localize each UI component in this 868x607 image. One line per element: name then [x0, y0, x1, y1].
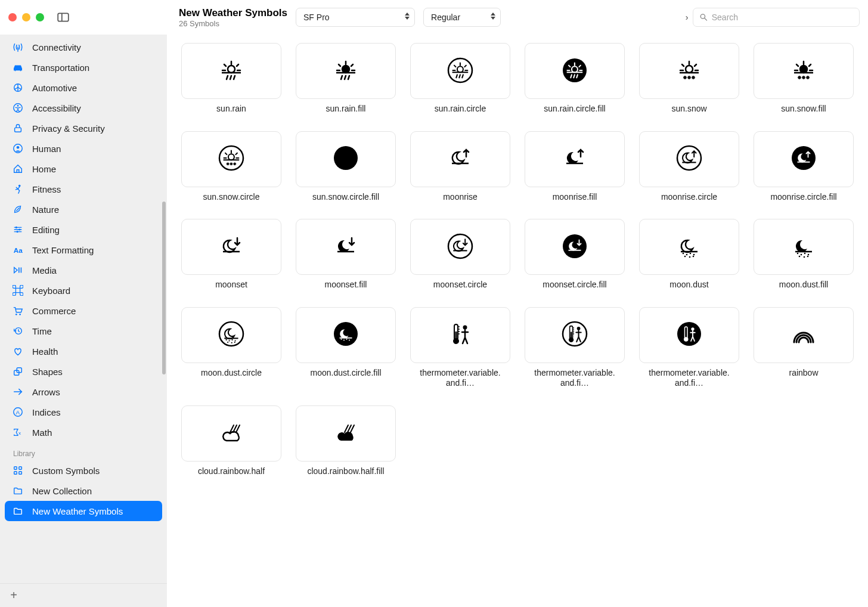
sidebar-item-commerce[interactable]: Commerce	[5, 301, 162, 321]
weight-select-value: Regular	[431, 13, 460, 22]
search-field[interactable]	[693, 8, 860, 27]
font-select[interactable]: SF Pro	[296, 8, 415, 27]
symbol-tile[interactable]	[639, 131, 739, 187]
library-item-new-collection[interactable]: New Collection	[5, 481, 162, 501]
sidebar-item-transportation[interactable]: Transportation	[5, 57, 162, 78]
sidebar-item-keyboard[interactable]: Keyboard	[5, 280, 162, 301]
svg-point-89	[346, 339, 348, 340]
sidebar-item-arrows[interactable]: Arrows	[5, 382, 162, 402]
symbol-label: thermometer.​variable.​and.​fi…	[416, 368, 505, 389]
sidebar-toggle-button[interactable]	[55, 10, 72, 24]
symbol-tile[interactable]	[525, 131, 625, 187]
svg-point-92	[677, 322, 701, 346]
symbol-cell[interactable]: moonset.​circle	[410, 219, 510, 290]
sidebar-item-nature[interactable]: Nature	[5, 199, 162, 219]
symbol-cell[interactable]: moonset.​circle.​fill	[525, 219, 625, 290]
window-traffic-lights[interactable]	[8, 13, 44, 21]
symbol-cell[interactable]: moonrise.​circle	[639, 131, 739, 203]
library-item-custom-symbols[interactable]: Custom Symbols	[5, 460, 162, 481]
symbol-tile[interactable]	[410, 307, 510, 363]
symbol-label: sun.​snow	[644, 104, 734, 114]
symbol-cell[interactable]: thermometer.​variable.​and.​fi…	[525, 307, 625, 389]
sliders-icon	[12, 224, 24, 236]
sidebar-item-shapes[interactable]: Shapes	[5, 361, 162, 382]
symbol-cell[interactable]: thermometer.​variable.​and.​fi…	[410, 307, 510, 389]
symbol-cell[interactable]: rainbow	[754, 307, 854, 389]
sidebar-item-editing[interactable]: Editing	[5, 219, 162, 240]
moonrise-circlefill-icon	[789, 144, 818, 174]
symbol-cell[interactable]: sun.​snow.​circle.​fill	[296, 131, 396, 203]
symbol-cell[interactable]: sun.​rain.​circle	[410, 43, 510, 114]
library-item-new-weather-symbols[interactable]: New Weather Symbols	[5, 501, 162, 521]
symbol-tile[interactable]	[296, 405, 396, 462]
symbol-cell[interactable]: cloud.​rainbow.​half.​fill	[296, 405, 396, 477]
symbol-tile[interactable]	[639, 219, 739, 275]
library-item-label: New Collection	[32, 486, 92, 496]
symbol-cell[interactable]: moon.​dust.​circle.​fill	[296, 307, 396, 389]
symbol-cell[interactable]: moonset	[181, 219, 281, 290]
symbol-tile[interactable]	[525, 43, 625, 99]
symbol-tile[interactable]	[754, 43, 854, 99]
symbol-cell[interactable]: cloud.​rainbow.​half	[181, 405, 281, 477]
symbol-cell[interactable]: moon.​dust.​fill	[754, 219, 854, 290]
symbol-tile[interactable]	[296, 131, 396, 187]
cloudrainbow-icon	[217, 418, 246, 448]
sidebar-item-automotive[interactable]: Automotive	[5, 78, 162, 98]
symbol-tile[interactable]	[410, 131, 510, 187]
sidebar-item-label: Media	[32, 265, 57, 275]
symbol-cell[interactable]: moonrise.​circle.​fill	[754, 131, 854, 203]
symbol-tile[interactable]	[181, 405, 281, 462]
minimize-icon[interactable]	[22, 13, 30, 21]
symbol-cell[interactable]: sun.​rain.​fill	[296, 43, 396, 114]
symbol-cell[interactable]: moonrise	[410, 131, 510, 203]
weight-select[interactable]: Regular	[423, 8, 501, 27]
symbol-tile[interactable]	[639, 43, 739, 99]
sidebar-item-media[interactable]: Media	[5, 260, 162, 280]
fullscreen-icon[interactable]	[36, 13, 44, 21]
symbol-cell[interactable]: sun.​rain.​circle.​fill	[525, 43, 625, 114]
sidebar-item-indices[interactable]: Indices	[5, 402, 162, 422]
symbol-cell[interactable]: moon.​dust	[639, 219, 739, 290]
sidebar-item-time[interactable]: Time	[5, 321, 162, 341]
sidebar-item-accessibility[interactable]: Accessibility	[5, 98, 162, 118]
sidebar-item-health[interactable]: Health	[5, 341, 162, 361]
sidebar-item-math[interactable]: Math	[5, 422, 162, 442]
symbol-tile[interactable]	[525, 307, 625, 363]
sidebar-item-fitness[interactable]: Fitness	[5, 179, 162, 199]
scrollbar-thumb[interactable]	[162, 202, 166, 374]
sidebar-item-privacy-security[interactable]: Privacy & Security	[5, 118, 162, 138]
symbol-tile[interactable]	[296, 43, 396, 99]
symbol-cell[interactable]: sun.​snow.​fill	[754, 43, 854, 114]
symbol-tile[interactable]	[525, 219, 625, 275]
symbol-tile[interactable]	[296, 307, 396, 363]
symbol-cell[interactable]: thermometer.​variable.​and.​fi…	[639, 307, 739, 389]
sidebar-item-human[interactable]: Human	[5, 138, 162, 159]
symbol-cell[interactable]: moonset.​fill	[296, 219, 396, 290]
symbol-tile[interactable]	[181, 131, 281, 187]
symbol-tile[interactable]	[410, 43, 510, 99]
close-icon[interactable]	[8, 13, 17, 21]
leaf-icon	[12, 203, 24, 215]
symbol-cell[interactable]: moonrise.​fill	[525, 131, 625, 203]
symbol-tile[interactable]	[754, 307, 854, 363]
symbol-tile[interactable]	[181, 43, 281, 99]
svg-point-84	[219, 322, 243, 346]
sidebar-item-connectivity[interactable]: Connectivity	[5, 37, 162, 57]
symbol-tile[interactable]	[181, 307, 281, 363]
sidebar-item-text-formatting[interactable]: Text Formatting	[5, 240, 162, 260]
symbol-cell[interactable]: sun.​snow.​circle	[181, 131, 281, 203]
add-collection-button[interactable]: +	[7, 589, 20, 602]
symbol-tile[interactable]	[754, 131, 854, 187]
symbol-tile[interactable]	[296, 219, 396, 275]
symbol-cell[interactable]: moon.​dust.​circle	[181, 307, 281, 389]
svg-point-91	[563, 322, 587, 346]
symbol-cell[interactable]: sun.​rain	[181, 43, 281, 114]
symbol-tile[interactable]	[410, 219, 510, 275]
symbol-cell[interactable]: sun.​snow	[639, 43, 739, 114]
symbol-tile[interactable]	[754, 219, 854, 275]
symbol-tile[interactable]	[639, 307, 739, 363]
symbol-tile[interactable]	[181, 219, 281, 275]
sidebar-item-home[interactable]: Home	[5, 159, 162, 179]
symbol-label: moonrise	[416, 192, 505, 203]
search-input[interactable]	[712, 13, 853, 22]
